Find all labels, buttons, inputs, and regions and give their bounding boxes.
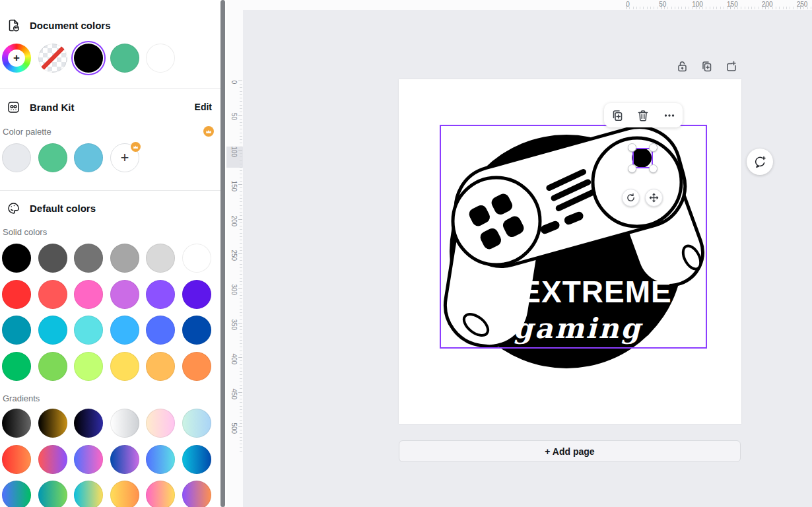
swatch-aqua[interactable] [74, 316, 103, 345]
swatch-coral-red[interactable] [38, 280, 67, 309]
selection-handle-bottom-left[interactable] [628, 164, 636, 173]
premium-crown-icon [131, 142, 141, 152]
solid-colors-row [2, 244, 211, 273]
selection-toolbar [604, 103, 683, 127]
document-colors-swatches: + [2, 44, 175, 73]
swatch-sky-blue[interactable] [74, 143, 103, 172]
premium-crown-icon [203, 126, 214, 137]
add-brand-color-button[interactable]: + [110, 143, 139, 172]
ruler-major-ticks [626, 5, 812, 9]
swatch-no-color[interactable] [38, 44, 67, 73]
add-color-button[interactable]: + [2, 44, 31, 73]
move-button[interactable] [645, 189, 663, 207]
swatch-red-orange[interactable] [2, 445, 31, 474]
swatch-yellow-orange[interactable] [110, 481, 139, 507]
section-divider [0, 88, 222, 89]
ruler-label: 300 [230, 285, 238, 295]
swatch-cyan[interactable] [38, 316, 67, 345]
swatch-dark-blue[interactable] [182, 316, 211, 345]
swatch-gray[interactable] [74, 244, 103, 273]
more-options-icon [663, 109, 676, 122]
move-icon [649, 193, 659, 203]
panel-scrollbar[interactable] [220, 0, 225, 507]
swatch-white[interactable] [146, 44, 175, 73]
swatch-cream-pink[interactable] [146, 409, 175, 438]
swatch-black[interactable] [74, 44, 103, 73]
brand-kit-edit-link[interactable]: Edit [195, 102, 212, 112]
duplicate-button[interactable] [609, 107, 626, 124]
swatch-lime[interactable] [74, 352, 103, 381]
swatch-white-silver[interactable] [110, 409, 139, 438]
ruler-label: 250 [795, 1, 809, 8]
rotate-icon [626, 193, 636, 203]
page-controls [674, 58, 739, 74]
swatch-medium-gray[interactable] [110, 244, 139, 273]
swatch-teal-green[interactable] [38, 481, 67, 507]
more-options-button[interactable] [661, 107, 678, 124]
ruler-label: 50 [230, 112, 238, 122]
swatch-cyan-yellow[interactable] [74, 481, 103, 507]
swatch-green[interactable] [38, 143, 67, 172]
rotate-button[interactable] [622, 189, 640, 207]
default-colors-icon [7, 201, 20, 215]
unlock-button[interactable] [674, 58, 690, 74]
swatch-blue-aqua[interactable] [146, 445, 175, 474]
ruler-label: 50 [656, 1, 670, 8]
group-selection-rect[interactable] [440, 125, 707, 349]
gradients-row [2, 445, 211, 474]
plus-icon: + [8, 50, 25, 67]
add-page-button-icon[interactable] [723, 58, 739, 74]
swatch-blue-green[interactable] [2, 481, 31, 507]
swatch-amber[interactable] [146, 352, 175, 381]
swatch-yellow[interactable] [110, 352, 139, 381]
selection-handle-bottom-right[interactable] [649, 164, 658, 173]
comment-add-icon [753, 155, 767, 169]
swatch-black-gold[interactable] [38, 409, 67, 438]
swatch-light-blue[interactable] [110, 316, 139, 345]
brand-kit-swatches [2, 143, 103, 172]
ruler-label: 450 [230, 388, 238, 399]
swatch-orchid[interactable] [110, 280, 139, 309]
swatch-coral-purple[interactable] [38, 445, 67, 474]
swatch-green[interactable] [110, 44, 139, 73]
ruler-label: 250 [230, 250, 238, 261]
crown-glyph [205, 129, 212, 134]
ruler-label: 0 [621, 1, 635, 8]
swatch-light-gray[interactable] [146, 244, 175, 273]
swatch-violet[interactable] [182, 280, 211, 309]
swatch-black-gray[interactable] [2, 409, 31, 438]
swatch-purple[interactable] [146, 280, 175, 309]
swatch-black[interactable] [2, 244, 31, 273]
swatch-black-blue[interactable] [74, 409, 103, 438]
swatch-purple-orange[interactable] [182, 481, 211, 507]
duplicate-page-button[interactable] [698, 58, 714, 74]
swatch-orange[interactable] [182, 352, 211, 381]
ruler-label: 0 [230, 77, 238, 88]
swatch-teal[interactable] [2, 316, 31, 345]
swatch-red[interactable] [2, 280, 31, 309]
swatch-green[interactable] [2, 352, 31, 381]
swatch-pink[interactable] [74, 280, 103, 309]
brand-kit-header: Brand Kit [7, 100, 75, 114]
swatch-light-gray[interactable] [2, 143, 31, 172]
ruler-label: 100 [230, 146, 238, 156]
swatch-blue[interactable] [146, 316, 175, 345]
swatch-light-green[interactable] [38, 352, 67, 381]
selection-handle-top-right[interactable] [649, 143, 658, 152]
duplicate-page-icon [700, 60, 713, 73]
ruler-label: 200 [760, 1, 774, 8]
solid-colors-label: Solid colors [3, 227, 47, 237]
color-panel: Document colors + Brand Kit Edit Color p… [0, 0, 226, 507]
swatch-navy-orchid[interactable] [110, 445, 139, 474]
comment-button[interactable] [747, 149, 773, 175]
swatch-white[interactable] [182, 244, 211, 273]
swatch-pink-yellow[interactable] [146, 481, 175, 507]
gradients-label: Gradients [3, 393, 40, 403]
swatch-dark-gray[interactable] [38, 244, 67, 273]
add-page-button[interactable]: + Add page [399, 440, 741, 462]
swatch-cyan-navy[interactable] [182, 445, 211, 474]
swatch-mint-blue[interactable] [182, 409, 211, 438]
delete-button[interactable] [634, 107, 652, 124]
swatch-blue-pink[interactable] [74, 445, 103, 474]
selection-handle-top-left[interactable] [628, 143, 636, 152]
